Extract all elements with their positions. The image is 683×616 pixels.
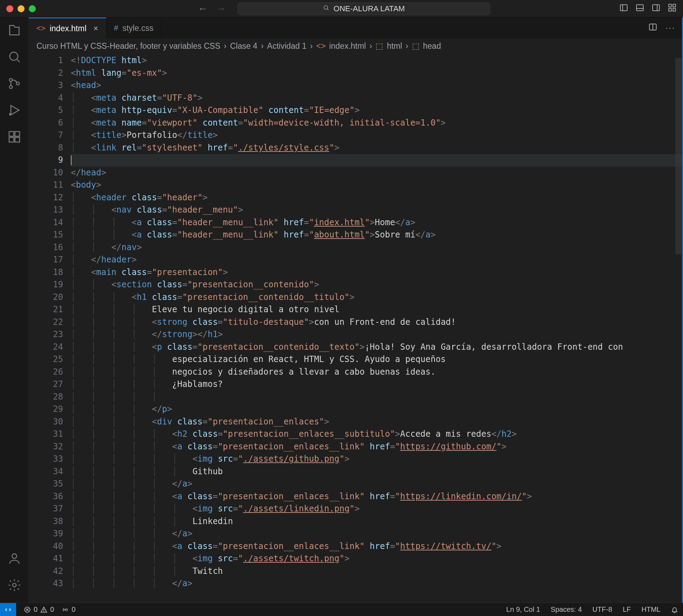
code-line[interactable]: │ <main class="presentacion"> [71,266,683,279]
line-number: 27 [29,378,63,391]
code-line[interactable]: │ │ <nav class="header__menu"> [71,204,683,216]
minimize-window[interactable] [18,5,25,12]
code-line[interactable]: │ │ │ │ </p> [71,403,683,416]
language-mode[interactable]: HTML [642,605,661,614]
editor-tab[interactable]: <>index.html× [29,18,106,39]
close-window[interactable] [6,5,13,12]
code-line[interactable]: │ │ │ │ <strong class="titulo-destaque">… [71,316,683,329]
code-line[interactable]: │ │ │ │ │ │ <img src="./assets/github.pn… [71,453,683,466]
code-line[interactable]: │ │ </nav> [71,241,683,254]
code-line[interactable]: │ <link rel="stylesheet" href="./styles/… [71,142,683,154]
customize-layout-icon[interactable] [668,3,677,14]
maximize-window[interactable] [29,5,36,12]
breadcrumb-item[interactable]: index.html [329,41,366,51]
code-line[interactable]: │ │ │ │ │ especialización en React, HTML… [71,353,683,366]
code-line[interactable]: │ │ │ │ │ │ <img src="./assets/twitch.pn… [71,553,683,565]
run-debug-icon[interactable] [7,103,21,119]
code-line[interactable]: <html lang="es-mx"> [71,67,683,80]
cursor-position[interactable]: Ln 9, Col 1 [506,605,540,614]
svg-point-14 [9,79,12,81]
code-line[interactable]: │ <meta http-equiv="X-UA-Compatible" con… [71,104,683,117]
minimap-slider[interactable] [675,58,682,254]
code-line[interactable]: │ │ │ <h1 class="presentacion__contenido… [71,291,683,304]
ports-button[interactable]: 0 [62,605,75,614]
command-center[interactable]: ONE-ALURA LATAM [238,2,490,15]
code-line[interactable]: │ │ │ │ │ <h2 class="presentacion__enlac… [71,428,683,441]
code-line[interactable]: │ │ │ │ │ │ Github [71,466,683,478]
breadcrumb-item[interactable]: head [423,41,441,51]
nav-forward[interactable]: → [216,3,226,14]
more-actions-icon[interactable]: ··· [666,24,675,33]
svg-rect-11 [673,8,676,11]
svg-marker-17 [11,106,19,115]
titlebar: ← → ONE-ALURA LATAM [0,0,683,18]
code-editor[interactable]: 1234567891011121314151617181920212223242… [29,54,683,603]
code-line[interactable]: │ │ │ │ │ │ Twitch [71,565,683,578]
eol[interactable]: LF [623,605,631,614]
chevron-right-icon: › [370,41,372,51]
code-line[interactable]: <head> [71,79,683,92]
editor-tab[interactable]: #style.css [106,18,161,39]
code-line[interactable]: │ │ │ │ <p class="presentacion__contenid… [71,341,683,354]
toggle-secondary-sidebar-icon[interactable] [651,3,661,14]
remote-button[interactable] [0,603,16,616]
code-line[interactable]: │ │ │ │ │ </a> [71,528,683,540]
code-line[interactable]: │ │ │ <a class="header__menu__link" href… [71,216,683,229]
code-line[interactable]: │ │ │ │ </strong></h1> [71,328,683,341]
code-line[interactable]: │ │ │ <a class="header__menu__link" href… [71,229,683,241]
code-line[interactable]: │ <title>Portafolio</title> [71,129,683,142]
code-line[interactable]: │ <header class="header"> [71,192,683,204]
code-line[interactable]: │ │ │ │ <div class="presentacion__enlace… [71,416,683,428]
problems-button[interactable]: 0 0 [24,605,54,614]
code-line[interactable]: │ │ │ │ │ </a> [71,478,683,490]
line-number: 4 [29,92,63,105]
breadcrumb-item[interactable]: Clase 4 [230,41,257,51]
line-number: 20 [29,291,63,304]
code-line[interactable]: <!DOCTYPE html> [71,54,683,67]
breadcrumb-item[interactable]: html [387,41,402,51]
settings-gear-icon[interactable] [7,578,21,594]
search-icon[interactable] [7,50,21,66]
code-line[interactable]: │ │ │ │ │ │ Linkedin [71,515,683,528]
minimap[interactable] [675,54,682,603]
breadcrumb-item[interactable]: Curso HTML y CSS-Header, footer y variab… [36,41,221,51]
code-line[interactable]: <body> [71,179,683,192]
code-line[interactable]: │ │ │ │ │ <a class="presentacion__enlace… [71,490,683,503]
code-line[interactable] [71,154,683,167]
code-line[interactable]: │ <meta charset="UTF-8"> [71,92,683,105]
activity-bar [0,18,29,603]
code-line[interactable]: │ <meta name="viewport" content="width=d… [71,117,683,129]
breadcrumb-item[interactable]: Actividad 1 [267,41,307,51]
status-bar: 0 0 0 Ln 9, Col 1 Spaces: 4 UTF-8 LF HTM… [0,603,683,616]
svg-line-13 [17,60,19,62]
code-line[interactable]: │ │ │ │ │ │ <img src="./assets/linkedin.… [71,503,683,515]
code-line[interactable]: │ │ │ │ │ ¿Hablamos? [71,378,683,391]
toggle-primary-sidebar-icon[interactable] [619,3,628,14]
code-line[interactable]: │ │ │ │ Eleve tu negocio digital a otro … [71,303,683,316]
explorer-icon[interactable] [7,23,21,39]
close-tab-icon[interactable]: × [94,24,98,33]
indentation[interactable]: Spaces: 4 [551,605,582,614]
code-line[interactable]: </head> [71,167,683,179]
code-line[interactable]: │ │ │ │ │ [71,391,683,403]
line-number: 7 [29,129,63,142]
svg-point-24 [13,583,16,587]
encoding[interactable]: UTF-8 [593,605,613,614]
code-content[interactable]: <!DOCTYPE html><html lang="es-mx"><head>… [71,54,683,603]
search-icon [323,5,329,13]
breadcrumbs[interactable]: Curso HTML y CSS-Header, footer y variab… [29,39,683,54]
nav-back[interactable]: ← [198,3,208,14]
code-line[interactable]: │ </header> [71,254,683,266]
code-line[interactable]: │ │ │ │ │ <a class="presentacion__enlace… [71,441,683,453]
toggle-panel-icon[interactable] [635,3,644,14]
split-editor-icon[interactable] [648,22,657,34]
extensions-icon[interactable] [7,130,21,146]
notifications-bell-icon[interactable] [671,605,678,614]
accounts-icon[interactable] [7,551,21,568]
code-line[interactable]: │ │ <section class="presentacion__conten… [71,279,683,291]
line-number: 14 [29,216,63,229]
code-line[interactable]: │ │ │ │ │ <a class="presentacion__enlace… [71,540,683,553]
source-control-icon[interactable] [7,76,21,93]
code-line[interactable]: │ │ │ │ │ negocios y diseñadores a lleva… [71,366,683,379]
code-line[interactable]: │ │ │ │ │ </a> [71,577,683,590]
